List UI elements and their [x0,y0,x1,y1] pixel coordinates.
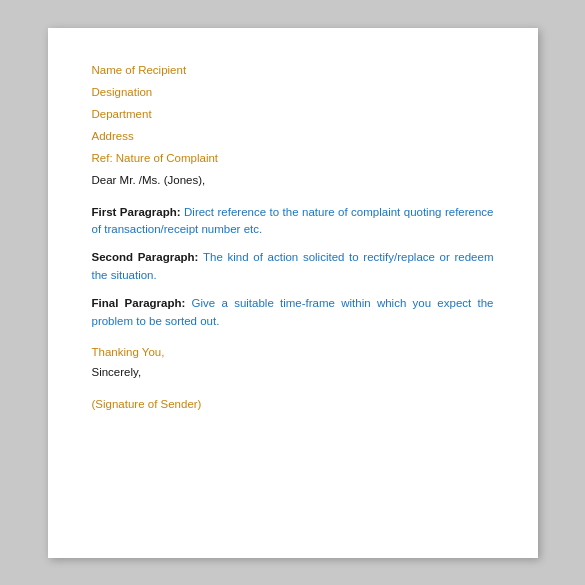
first-paragraph-block: First Paragraph: Direct reference to the… [92,204,494,240]
signature-line: (Signature of Sender) [92,398,494,410]
sincerely-line: Sincerely, [92,366,494,378]
dear-line: Dear Mr. /Ms. (Jones), [92,174,494,186]
thanking-line: Thanking You, [92,346,494,358]
second-paragraph-label: Second Paragraph [92,251,195,263]
second-paragraph-colon: : [195,251,204,263]
final-paragraph-block: Final Paragraph: Give a suitable time-fr… [92,295,494,331]
department-field: Department [92,108,494,120]
ref-line: Ref: Nature of Complaint [92,152,494,164]
designation-field: Designation [92,86,494,98]
final-paragraph-label: Final Paragraph [92,297,182,309]
final-paragraph-colon: : [181,297,191,309]
letter-page: Name of Recipient Designation Department… [48,28,538,558]
first-paragraph-label: First Paragraph [92,206,177,218]
first-paragraph-colon: : [177,206,184,218]
second-paragraph-block: Second Paragraph: The kind of action sol… [92,249,494,285]
address-field: Address [92,130,494,142]
recipient-field: Name of Recipient [92,64,494,76]
